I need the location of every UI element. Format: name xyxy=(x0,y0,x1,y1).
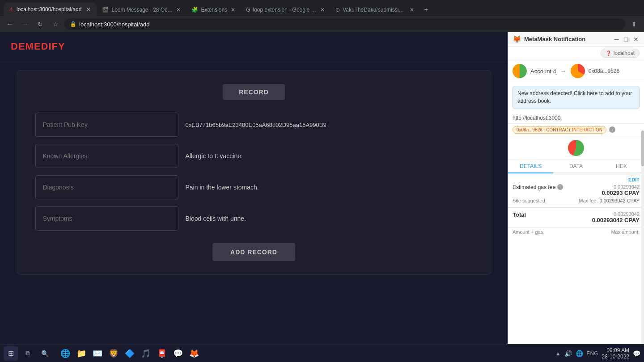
contract-badge: 0x08a...9826 : CONTRACT INTERACTION xyxy=(513,126,606,134)
symptoms-input[interactable] xyxy=(35,206,178,231)
arrow-icon: → xyxy=(560,67,567,75)
nav-bar: ← → ↻ ☆ 🔒 localhost:3000/hospital/add ⬆ xyxy=(0,16,644,32)
taskview-button[interactable]: ⧉ xyxy=(21,346,35,361)
lock-icon: 🔒 xyxy=(70,21,76,27)
metamask-panel: 🦊 MetaMask Notification ─ □ ✕ ❓ localhos… xyxy=(508,32,644,344)
taskbar-spotify-icon[interactable]: 🎵 xyxy=(139,346,153,361)
date-text: 28-10-2022 xyxy=(602,354,629,360)
gas-fee-values: 0.00293042 0.00293 CPAY xyxy=(602,184,640,196)
form-row-diagnosis: Pain in the lower stomach. xyxy=(35,175,473,199)
language-label: ENG xyxy=(587,350,598,357)
tab-hospital-add[interactable]: ⚠ localhost:3000/hospital/add ✕ xyxy=(4,3,97,16)
notifications-icon[interactable]: 💬 xyxy=(633,350,640,357)
taskbar-vscode-icon[interactable]: 🔷 xyxy=(123,346,137,361)
tab-label: Extensions xyxy=(201,7,227,13)
record-button-container: RECORD xyxy=(35,84,473,100)
info-icon[interactable]: i xyxy=(609,126,615,133)
tab-label: localhost:3000/hospital/add xyxy=(17,6,81,13)
help-icon: ❓ xyxy=(606,51,612,56)
tab-close-icon[interactable]: ✕ xyxy=(410,7,414,13)
app-content: DEMEDIFY RECORD 0xEB771b65b9aE23480E05aA… xyxy=(0,32,508,344)
window-controls: ─ □ ✕ xyxy=(614,36,640,43)
known-allergies-input[interactable] xyxy=(35,144,178,168)
start-button[interactable]: ⊞ xyxy=(4,346,18,361)
patient-pub-key-input[interactable] xyxy=(35,113,178,137)
total-label: Total xyxy=(513,211,526,218)
metamask-title-text: MetaMask Notification xyxy=(524,36,585,42)
tab-label: VakuTheDaku/submission-template xyxy=(343,7,406,13)
time-display[interactable]: 09:09 AM 28-10-2022 xyxy=(602,347,629,360)
back-button[interactable]: ← xyxy=(4,18,16,30)
record-button[interactable]: RECORD xyxy=(223,84,285,100)
reload-button[interactable]: ↻ xyxy=(34,18,47,30)
app-body: RECORD 0xEB771b65b9aE23480E05aA68802D95a… xyxy=(0,61,508,284)
metamask-header: 🦊 MetaMask Notification ─ □ ✕ xyxy=(508,32,644,46)
search-taskbar-button[interactable]: 🔍 xyxy=(38,346,52,361)
new-tab-button[interactable]: + xyxy=(419,4,432,16)
account-section: Account 4 → 0x08a...9826 xyxy=(508,60,644,82)
puzzle-icon: 🧩 xyxy=(191,7,198,13)
amount-gas-label: Amount + gas xyxy=(513,229,543,235)
contract-row: 0x08a...9826 : CONTRACT INTERACTION i xyxy=(508,124,644,136)
taskbar-postman-icon[interactable]: 📮 xyxy=(155,346,169,361)
forward-button[interactable]: → xyxy=(19,18,31,30)
taskbar-files-icon[interactable]: 📁 xyxy=(74,346,89,361)
total-values: 0.00293042 0.00293042 CPAY xyxy=(592,211,640,223)
tab-details[interactable]: DETAILS xyxy=(508,160,553,173)
bookmark-button[interactable]: ☆ xyxy=(49,18,62,30)
tab-data[interactable]: DATA xyxy=(553,160,598,173)
alert-icon: ⚠ xyxy=(9,6,14,13)
account-name: Account 4 xyxy=(530,68,556,75)
windows-icon: ⊞ xyxy=(8,349,14,358)
taskbar-whatsapp-icon[interactable]: 💬 xyxy=(171,346,185,361)
taskbar-brave-icon[interactable]: 🦁 xyxy=(106,346,121,361)
gas-info-icon[interactable]: i xyxy=(557,184,563,190)
taskbar-mail-icon[interactable]: ✉️ xyxy=(90,346,105,361)
system-tray: ▲ 🔊 🌐 ENG 09:09 AM 28-10-2022 💬 xyxy=(555,347,640,360)
scrollbar-thumb[interactable] xyxy=(641,130,644,166)
edit-button[interactable]: EDIT xyxy=(628,177,640,182)
form-row-known-allergies: Allergic to tt vaccine. xyxy=(35,144,473,168)
origin-url: http://localhost:3000 xyxy=(508,113,644,124)
tab-close-icon[interactable]: ✕ xyxy=(231,7,235,13)
maximize-button[interactable]: □ xyxy=(623,36,629,43)
share-button[interactable]: ⬆ xyxy=(628,18,640,30)
tab-extensions[interactable]: 🧩 Extensions ✕ xyxy=(186,4,241,16)
add-record-button[interactable]: ADD RECORD xyxy=(212,243,295,261)
tab-loop-extension[interactable]: G loop extension - Google Search ✕ xyxy=(241,4,330,16)
taskbar-edge-icon[interactable]: 🌐 xyxy=(58,346,72,361)
tab-loom-message[interactable]: 🎬 Loom Message - 28 October 2022 ✕ xyxy=(97,4,186,16)
scrollbar[interactable] xyxy=(641,130,644,344)
google-icon: G xyxy=(246,7,250,13)
tab-close-icon[interactable]: ✕ xyxy=(86,6,91,13)
taskview-icon: ⧉ xyxy=(25,349,30,357)
localhost-badge-text: localhost xyxy=(614,50,635,56)
known-allergies-value: Allergic to tt vaccine. xyxy=(186,152,243,160)
minimize-button[interactable]: ─ xyxy=(614,36,620,43)
amount-gas-row: Amount + gas Max amount: xyxy=(508,227,644,236)
close-button[interactable]: ✕ xyxy=(632,36,640,43)
form-row-patient-pub-key: 0xEB771b65b9aE23480E05aA68802D95aa15A990… xyxy=(35,113,473,137)
chevron-up-icon[interactable]: ▲ xyxy=(555,350,561,357)
network-icon[interactable]: 🌐 xyxy=(576,350,583,357)
taskbar-metamask-icon[interactable]: 🦊 xyxy=(187,346,201,361)
metamask-fox-icon: 🦊 xyxy=(513,35,521,43)
tab-label: Loom Message - 28 October 2022 xyxy=(111,7,173,13)
patient-pub-key-value: 0xEB771b65b9aE23480E05aA68802D95aa15A990… xyxy=(186,122,326,128)
address-bar[interactable]: 🔒 localhost:3000/hospital/add xyxy=(64,18,625,30)
diagnosis-input[interactable] xyxy=(35,175,178,199)
gas-fee-label: Estimated gas fee i xyxy=(513,184,563,190)
form-card: RECORD 0xEB771b65b9aE23480E05aA68802D95a… xyxy=(17,70,491,275)
tab-vaku-github[interactable]: ⊙ VakuTheDaku/submission-template ✕ xyxy=(330,4,419,16)
tab-hex[interactable]: HEX xyxy=(599,160,644,173)
tab-close-icon[interactable]: ✕ xyxy=(320,7,325,13)
address-bar-url: localhost:3000/hospital/add xyxy=(79,21,150,28)
gas-fee-small: 0.00293042 xyxy=(602,184,640,189)
tab-close-icon[interactable]: ✕ xyxy=(176,7,181,13)
app-logo: DEMEDIFY xyxy=(11,41,65,52)
origin-url-text: http://localhost:3000 xyxy=(513,115,560,121)
notification-box[interactable]: New address detected! Click here to add … xyxy=(513,86,640,109)
speaker-icon[interactable]: 🔊 xyxy=(564,350,572,357)
total-main: 0.00293042 CPAY xyxy=(592,217,640,223)
symptoms-value: Blood cells with urine. xyxy=(186,215,246,222)
